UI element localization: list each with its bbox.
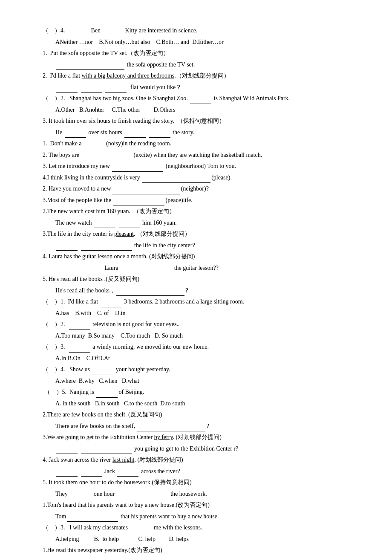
line-21: 4. Laura has the guitar lesson once a mo…: [43, 251, 358, 262]
line-15: 2. Have you moved to a new(neighbor)?: [43, 184, 358, 194]
line-30: A.In B.On C.OfD.At: [55, 353, 358, 364]
line-36: There are few books on the shelf, ?: [55, 421, 358, 432]
line-29: （ ）3. a windy morning, we moved into our…: [43, 342, 358, 353]
line-4: the sofa opposite the TV set.: [55, 60, 358, 70]
line-31: （ ）4. Show us your bought yesterday.: [43, 364, 358, 375]
line-17: 2.The new watch cost him 160 yuan. （改为否定…: [43, 206, 358, 217]
line-26: A.has B.with C. of D.in: [55, 308, 358, 319]
line-28: A.Too many B.So many C.Too much D. So mu…: [55, 331, 358, 341]
line-40: Jack across the river?: [55, 466, 358, 477]
line-13: 3. Let me introduce my new (neighbourhoo…: [43, 161, 358, 172]
main-content: （ ）4. Ben Kitty are interested in scienc…: [43, 26, 358, 555]
line-24: He's read all the books，?: [55, 286, 358, 296]
line-37: 3.We are going to get to the Exhibition …: [43, 432, 358, 443]
line-47: 1.He read this newspaper yesterday.(改为否定…: [43, 545, 358, 555]
line-34: A. in the south B.in south C.to the sout…: [55, 399, 358, 409]
line-20: the life in the city center?: [55, 240, 358, 251]
line-5: 2. I'd like a flat with a big balcony an…: [43, 71, 358, 81]
line-25: （ ）1. I'd like a flat 3 bedrooms, 2 bath…: [43, 297, 358, 307]
line-46: A.helping B. to help C. help D. helps: [55, 534, 358, 545]
line-38: you going to get to the Exhibition Cente…: [55, 444, 358, 454]
line-14: 4.I think living in the countryside is v…: [43, 173, 358, 183]
line-33: （ ）5. Nanjing is of Beijing.: [43, 387, 358, 398]
line-8: A.Other B.Anohter C.The other D.Others: [55, 105, 358, 116]
line-23: 5. He's read all the books .(反又疑问句): [43, 274, 358, 285]
line-3: 1. Put the sofa opposite the TV set.（改为否…: [43, 48, 358, 59]
line-19: 3.The life in the city center is pleasan…: [43, 229, 358, 240]
line-10: He over six hours the story.: [55, 127, 358, 138]
line-41: 5. It took them one hour to do the house…: [43, 477, 358, 488]
line-27: （ ）2. television is not good for your ey…: [43, 319, 358, 330]
line-12: 2. The boys are (excite) when they are w…: [43, 150, 358, 161]
line-6: flat would you like？: [55, 82, 358, 93]
line-9: 3. It took him over six hours to finish …: [43, 116, 358, 127]
line-11: 1. Don't make a (noisy)in the reading ro…: [43, 139, 358, 149]
line-18: The new watch him 160 yuan.: [55, 218, 358, 228]
line-45: （ ）3. I will ask my classmates me with t…: [43, 523, 358, 533]
line-32: A.where B.why C.when D.what: [55, 376, 358, 387]
line-1: （ ）4. Ben Kitty are interested in scienc…: [43, 26, 358, 36]
line-35: 2.There are few books on the shelf. (反又疑…: [43, 410, 358, 420]
line-43: 1.Tom's heard that his parents want to b…: [43, 500, 358, 511]
line-7: （ ）2. Shanghai has two big zoos. One is …: [43, 93, 358, 104]
line-2: ANeither …nor B.Not only…but also C.Both…: [55, 37, 358, 48]
line-22: Laura the guitar lesson??: [55, 263, 358, 274]
line-44: Tom that his parents want to buy a new h…: [55, 512, 358, 522]
line-16: 3.Most of the people like the (peace)lif…: [43, 195, 358, 206]
line-42: They one hour the housework.: [55, 489, 358, 500]
line-39: 4. Jack swan across the river last night…: [43, 455, 358, 465]
